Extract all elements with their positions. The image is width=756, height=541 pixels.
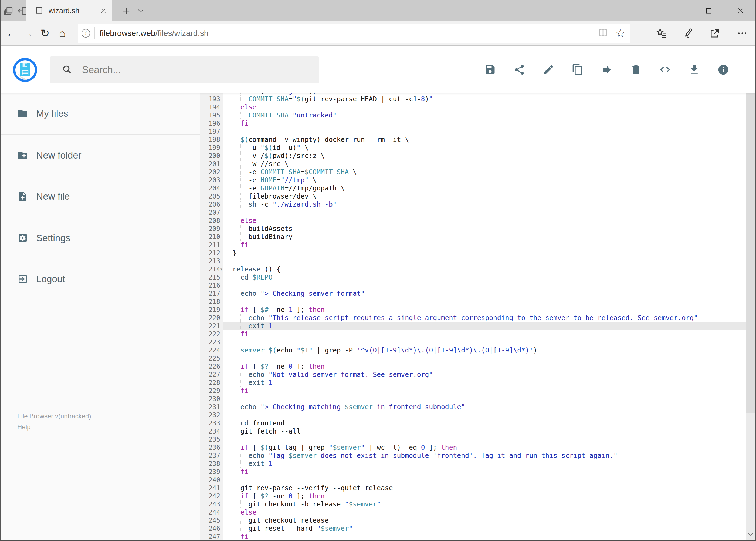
site-info-icon[interactable]: i: [82, 29, 90, 38]
home-icon[interactable]: ⌂: [53, 21, 72, 45]
code-line[interactable]: 202 -e COMMIT_SHA=$COMMIT_SHA \: [200, 168, 746, 176]
line-number: 218: [200, 297, 220, 306]
code-line[interactable]: 205 filebrowser/dev \: [200, 192, 746, 201]
code-line[interactable]: 204 -e GOPATH=//tmp/gopath \: [200, 184, 746, 192]
code-line[interactable]: 193 COMMIT_SHA="$(git rev-parse HEAD | c…: [200, 95, 746, 103]
filebrowser-logo[interactable]: [13, 58, 37, 82]
code-line[interactable]: 194 else: [200, 103, 746, 111]
code-line[interactable]: 217 echo "> Checking semver format": [200, 289, 746, 297]
line-number: 195: [200, 111, 220, 119]
code-line[interactable]: 229 fi: [200, 387, 746, 395]
line-number: 209: [200, 225, 220, 233]
tab-close-icon[interactable]: [96, 4, 111, 18]
code-line[interactable]: 237 echo "Tag $semver does not exist in …: [200, 452, 746, 460]
address-bar[interactable]: i filebrowser.web/files/wizard.sh ☆: [78, 24, 630, 43]
line-number: 224: [200, 346, 220, 354]
share-page-icon[interactable]: [704, 21, 726, 45]
favorite-star-icon[interactable]: ☆: [616, 28, 625, 39]
code-icon[interactable]: [659, 64, 671, 76]
favorites-hub-icon[interactable]: [650, 21, 672, 45]
annotate-pen-icon[interactable]: [677, 21, 699, 45]
code-line[interactable]: 198 $(command -v winpty) docker run --rm…: [200, 136, 746, 144]
tab-list-chevron-icon[interactable]: [134, 0, 147, 21]
code-line[interactable]: 228 exit 1: [200, 379, 746, 387]
code-line[interactable]: 197: [200, 128, 746, 136]
refresh-icon[interactable]: ↻: [36, 21, 55, 45]
vertical-scrollbar[interactable]: [746, 46, 755, 540]
code-line[interactable]: 209 buildAssets: [200, 225, 746, 233]
code-line[interactable]: 221 exit 1: [200, 322, 746, 330]
share-icon[interactable]: [513, 64, 525, 76]
code-line[interactable]: 199 -u "$(id -u)" \: [200, 144, 746, 152]
code-line[interactable]: 220 echo "This release script requires a…: [200, 314, 746, 322]
search-input[interactable]: Search...: [50, 56, 319, 84]
code-editor[interactable]: 192 if [ -d ".git" ]; then193 COMMIT_SHA…: [200, 93, 746, 541]
copy-icon[interactable]: [572, 64, 584, 76]
code-line[interactable]: 227 echo "Not valid semver format. See s…: [200, 370, 746, 379]
browser-tab[interactable]: wizard.sh: [26, 0, 112, 21]
code-line[interactable]: 230: [200, 395, 746, 403]
code-line[interactable]: 240: [200, 476, 746, 484]
code-line[interactable]: 222 fi: [200, 330, 746, 338]
code-line[interactable]: 226 if [ $? -ne 0 ]; then: [200, 362, 746, 370]
window-maximize-button[interactable]: [697, 0, 720, 21]
code-line[interactable]: 201 -w //src \: [200, 160, 746, 168]
code-line[interactable]: 203 -e HOME="//tmp" \: [200, 176, 746, 184]
new-tab-button[interactable]: +: [119, 0, 134, 21]
code-line[interactable]: 218: [200, 297, 746, 306]
code-line[interactable]: 225: [200, 354, 746, 362]
sidebar-item-my-files[interactable]: My files: [0, 103, 200, 124]
code-line[interactable]: 216: [200, 281, 746, 289]
code-line[interactable]: 224 semver=$(echo "$1" | grep -P '^v(0|[…: [200, 346, 746, 354]
info-icon[interactable]: [717, 64, 729, 76]
code-line[interactable]: 219 if [ $# -ne 1 ]; then: [200, 306, 746, 314]
code-line[interactable]: 233 cd frontend: [200, 419, 746, 427]
code-line[interactable]: 208 else: [200, 217, 746, 225]
url-path: /files/wizard.sh: [155, 29, 209, 38]
sidebar-item-logout[interactable]: Logout: [0, 268, 200, 290]
delete-icon[interactable]: [630, 64, 642, 76]
code-line[interactable]: 236 if [ $(git tag | grep "$semver" | wc…: [200, 443, 746, 452]
code-line[interactable]: 196 fi: [200, 119, 746, 128]
code-line[interactable]: 242 if [ $? -ne 0 ]; then: [200, 492, 746, 500]
code-line[interactable]: 210 buildBinary: [200, 233, 746, 241]
code-line[interactable]: 238 exit 1: [200, 460, 746, 468]
code-line[interactable]: 244 else: [200, 508, 746, 516]
code-line[interactable]: 245 git checkout release: [200, 516, 746, 525]
code-line[interactable]: 234 git fetch --all: [200, 427, 746, 435]
code-line[interactable]: 241 git rev-parse --verify --quiet relea…: [200, 484, 746, 492]
scroll-down-icon[interactable]: [746, 529, 755, 540]
line-number: 217: [200, 289, 220, 297]
code-line[interactable]: 223: [200, 338, 746, 346]
move-icon[interactable]: [601, 64, 613, 76]
code-line[interactable]: 200 -v /$(pwd):/src:z \: [200, 152, 746, 160]
window-minimize-button[interactable]: [666, 0, 689, 21]
code-line[interactable]: 192 if [ -d ".git" ]; then: [200, 93, 746, 95]
code-line[interactable]: 213: [200, 257, 746, 265]
code-line[interactable]: 207: [200, 209, 746, 217]
help-link[interactable]: Help: [17, 422, 91, 432]
code-line[interactable]: 246 git reset --hard "$semver": [200, 525, 746, 533]
code-line[interactable]: 206 sh -c "./wizard.sh -b": [200, 201, 746, 209]
code-line[interactable]: 239 fi: [200, 468, 746, 476]
code-line[interactable]: 232: [200, 411, 746, 419]
sidebar-item-new-folder[interactable]: New folder: [0, 145, 200, 166]
sidebar-item-new-file[interactable]: New file: [0, 186, 200, 207]
more-options-icon[interactable]: [731, 21, 753, 45]
code-line[interactable]: 243 git checkout -b release "$semver": [200, 500, 746, 508]
code-line[interactable]: 215 cd $REPO: [200, 273, 746, 281]
sidebar-item-settings[interactable]: Settings: [0, 227, 200, 249]
code-line[interactable]: 235: [200, 435, 746, 443]
fold-arrow-icon[interactable]: ▾: [220, 265, 223, 273]
save-icon[interactable]: [484, 64, 496, 76]
code-line[interactable]: 211 fi: [200, 241, 746, 249]
window-close-button[interactable]: [729, 0, 752, 21]
url-text[interactable]: filebrowser.web/files/wizard.sh: [100, 29, 598, 38]
code-line[interactable]: 212}: [200, 249, 746, 257]
code-line[interactable]: 214▾release () {: [200, 265, 746, 273]
code-line[interactable]: 231 echo "> Checking matching $semver in…: [200, 403, 746, 411]
code-line[interactable]: 195 COMMIT_SHA="untracked": [200, 111, 746, 119]
download-icon[interactable]: [688, 64, 700, 76]
edit-icon[interactable]: [543, 64, 554, 76]
scrollbar-thumb[interactable]: [746, 59, 755, 413]
